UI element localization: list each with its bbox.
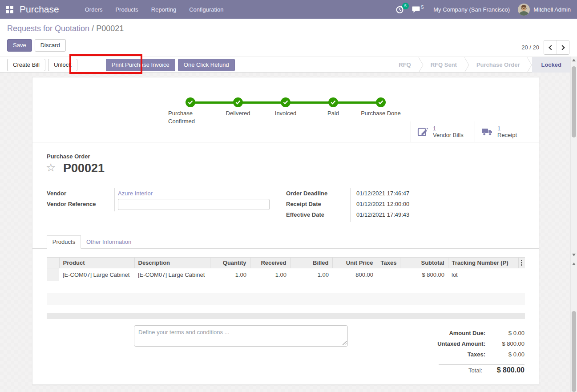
receipt-stat-button[interactable]: 1 Receipt <box>475 121 539 142</box>
textarea-resize-handle[interactable] <box>342 341 347 345</box>
receipt-date-value[interactable]: 01/12/2021 12:00:00 <box>356 201 409 207</box>
chat-bubble-icon <box>412 6 420 13</box>
terms-and-conditions-input[interactable] <box>134 325 348 347</box>
state-rfq-sent[interactable]: RFQ Sent <box>424 57 464 73</box>
total-label: Total: <box>468 367 482 374</box>
scrollbar-thumb[interactable] <box>572 66 576 137</box>
column-header-description[interactable]: Description <box>134 258 210 268</box>
unlock-button[interactable]: Unlock <box>48 59 77 71</box>
cell-description[interactable]: [E-COM07] Large Cabinet <box>134 268 210 281</box>
column-header-subtotal[interactable]: Subtotal <box>400 258 448 268</box>
print-purchase-invoice-button[interactable]: Print Purchase Invoice <box>106 59 175 71</box>
optional-columns-toggle[interactable] <box>518 258 525 268</box>
apps-grid-icon[interactable] <box>6 6 13 13</box>
row-drag-handle[interactable] <box>47 268 59 281</box>
cell-received[interactable]: 1.00 <box>250 268 290 281</box>
menu-orders[interactable]: Orders <box>85 6 103 13</box>
main-menu: Orders Products Reporting Configuration <box>85 6 224 13</box>
state-purchase-order[interactable]: Purchase Order <box>469 57 527 73</box>
chevron-right-icon <box>560 45 565 50</box>
receipt-count: 1 <box>497 125 517 132</box>
save-button[interactable]: Save <box>7 39 32 52</box>
list-footer-band <box>47 313 525 319</box>
state-separator-icon <box>464 57 469 73</box>
form-buttons: Save Discard <box>7 39 66 52</box>
menu-reporting[interactable]: Reporting <box>151 6 176 13</box>
content-area: Purchase Confirmed Delivered Invoiced Pa… <box>0 73 577 392</box>
column-header-product[interactable]: Product <box>59 258 134 268</box>
one-click-refund-button[interactable]: One Click Refund <box>178 59 235 71</box>
message-count: 5 <box>421 5 424 10</box>
app-brand[interactable]: Purchase <box>20 4 59 15</box>
cell-billed[interactable]: 1.00 <box>290 268 332 281</box>
cell-product[interactable]: [E-COM07] Large Cabinet <box>59 268 134 281</box>
untaxed-amount-label: Untaxed Amount: <box>437 340 485 347</box>
tracker-label-invoiced: Invoiced <box>263 109 308 117</box>
pager-previous-button[interactable] <box>544 40 557 54</box>
scroll-down-arrow-icon[interactable] <box>572 254 576 256</box>
breadcrumb-link[interactable]: Requests for Quotation <box>7 24 89 33</box>
column-header-tracking-number[interactable]: Tracking Number (P) <box>448 258 518 268</box>
cell-quantity[interactable]: 1.00 <box>210 268 250 281</box>
navbar-right: 5 5 My Company (San Francisco) <box>395 4 577 16</box>
tab-products[interactable]: Products <box>47 235 81 249</box>
untaxed-amount-row: Untaxed Amount: $ 800.00 <box>397 340 525 351</box>
scrollbar-thumb[interactable] <box>572 311 576 392</box>
receipt-label: Receipt <box>497 132 517 138</box>
table-row: [E-COM07] Large Cabinet [E-COM07] Large … <box>47 268 525 281</box>
column-header-taxes[interactable]: Taxes <box>377 258 400 268</box>
statusbar: Create Bill Unlock Print Purchase Invoic… <box>0 57 577 73</box>
tab-other-information[interactable]: Other Information <box>86 238 131 245</box>
avatar <box>518 4 530 16</box>
messages-icon[interactable]: 5 <box>412 6 423 13</box>
amount-due-label: Amount Due: <box>449 330 485 336</box>
menu-products[interactable]: Products <box>115 6 138 13</box>
breadcrumb-separator: / <box>89 24 96 33</box>
pager-controls <box>544 40 569 55</box>
field-separator <box>350 188 351 222</box>
activity-clock-icon[interactable]: 5 <box>395 5 404 14</box>
cell-tracking-number[interactable]: lot <box>448 268 518 281</box>
cell-subtotal[interactable]: $ 800.00 <box>400 268 448 281</box>
button-box-divider <box>32 142 539 142</box>
vendor-value-link[interactable]: Azure Interior <box>118 190 153 197</box>
column-header-received[interactable]: Received <box>250 258 290 268</box>
taxes-row: Taxes: $ 0.00 <box>397 351 525 362</box>
breadcrumb-current: P00021 <box>96 24 124 33</box>
statusbar-buttons: Create Bill Unlock Print Purchase Invoic… <box>7 59 238 71</box>
tracker-step-done-icon <box>281 97 291 107</box>
total-value: $ 800.00 <box>482 366 525 374</box>
column-header-quantity[interactable]: Quantity <box>210 258 250 268</box>
vendor-reference-label: Vendor Reference <box>47 201 96 207</box>
create-bill-button[interactable]: Create Bill <box>7 59 45 71</box>
vertical-ellipsis-icon <box>519 260 525 266</box>
state-locked[interactable]: Locked <box>532 57 570 73</box>
tracker-step-done-icon <box>186 97 195 107</box>
pager-count: 20 / 20 <box>521 44 539 51</box>
total-row: Total: $ 800.00 <box>397 366 525 379</box>
effective-date-value[interactable]: 01/12/2021 17:49:43 <box>356 211 409 218</box>
cell-unit-price[interactable]: 800.00 <box>332 268 377 281</box>
menu-configuration[interactable]: Configuration <box>189 6 223 13</box>
table-header-row: Product Description Quantity Received Bi… <box>47 258 525 268</box>
company-switcher[interactable]: My Company (San Francisco) <box>433 6 510 13</box>
receipt-date-label: Receipt Date <box>286 201 321 207</box>
vendor-bills-label: Vendor Bills <box>433 132 464 138</box>
activity-badge: 5 <box>402 3 409 9</box>
totals-panel: Amount Due: $ 0.00 Untaxed Amount: $ 800… <box>397 330 525 379</box>
vendor-bills-stat-button[interactable]: 1 Vendor Bills <box>411 121 475 142</box>
discard-button[interactable]: Discard <box>35 39 66 52</box>
column-header-unit-price[interactable]: Unit Price <box>332 258 377 268</box>
cell-taxes[interactable] <box>377 268 400 281</box>
favorite-star-icon[interactable]: ☆ <box>46 161 56 174</box>
tracker-label-purchase-confirmed: Purchase Confirmed <box>168 109 204 125</box>
vendor-reference-input[interactable] <box>118 199 270 210</box>
state-rfq[interactable]: RFQ <box>391 57 418 73</box>
scroll-up-arrow-icon[interactable] <box>572 263 576 265</box>
pager-next-button[interactable] <box>557 40 569 54</box>
scroll-up-arrow-icon[interactable] <box>572 59 576 61</box>
column-header-billed[interactable]: Billed <box>290 258 332 268</box>
order-deadline-value[interactable]: 01/12/2021 17:46:47 <box>356 190 409 197</box>
tab-divider <box>32 248 539 249</box>
user-menu[interactable]: Mitchell Admin <box>518 4 571 16</box>
